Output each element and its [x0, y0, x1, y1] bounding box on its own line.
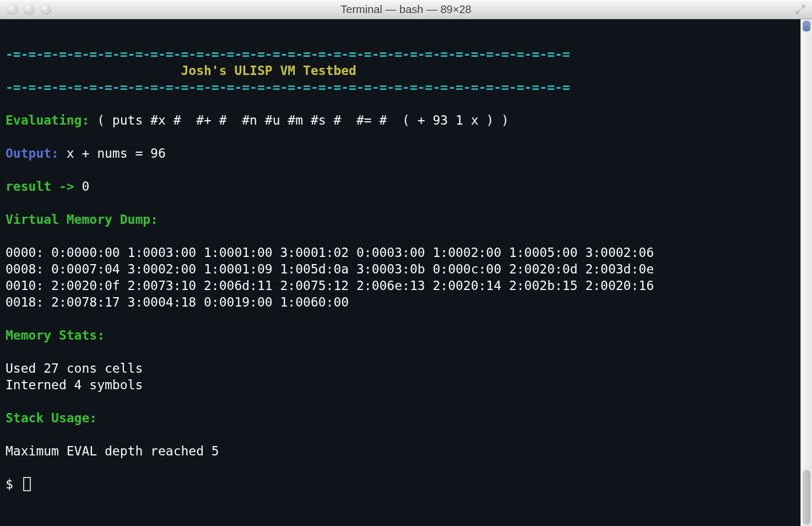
titlebar[interactable]: Terminal — bash — 89×28 — [0, 0, 812, 19]
mem-stats-heading: Memory Stats: — [6, 328, 105, 342]
zoom-window-button[interactable] — [41, 4, 51, 14]
scroll-thumb[interactable] — [803, 470, 810, 525]
evaluating-expression: ( puts #x # #+ # #n #u #m #s # #= # ( + … — [89, 113, 516, 127]
output-label: Output: — [6, 146, 59, 160]
mem-stats-line: Used 27 cons cells — [6, 361, 143, 375]
evaluating-label: Evaluating: — [6, 113, 89, 127]
mem-stats-line: Interned 4 symbols — [6, 378, 143, 392]
output-value: x + nums = 96 — [59, 146, 166, 160]
shell-prompt: $ — [6, 477, 21, 491]
fullscreen-icon[interactable] — [794, 3, 806, 15]
window-controls — [0, 4, 51, 14]
result-label: result -> — [6, 179, 74, 194]
terminal-window: Terminal — bash — 89×28 -=-=-=-=-=-=-=-=… — [0, 0, 812, 526]
stack-usage-line: Maximum EVAL depth reached 5 — [6, 444, 219, 458]
banner-title: Josh's ULISP VM Testbed — [6, 63, 356, 78]
vertical-scrollbar[interactable] — [800, 19, 812, 526]
banner-rule-bottom: -=-=-=-=-=-=-=-=-=-=-=-=-=-=-=-=-=-=-=-=… — [6, 80, 570, 94]
close-window-button[interactable] — [8, 4, 18, 14]
window-title: Terminal — bash — 89×28 — [0, 3, 812, 16]
banner-rule-top: -=-=-=-=-=-=-=-=-=-=-=-=-=-=-=-=-=-=-=-=… — [6, 47, 570, 61]
window-body: -=-=-=-=-=-=-=-=-=-=-=-=-=-=-=-=-=-=-=-=… — [0, 19, 812, 526]
terminal-viewport[interactable]: -=-=-=-=-=-=-=-=-=-=-=-=-=-=-=-=-=-=-=-=… — [0, 19, 800, 526]
vm-dump-heading: Virtual Memory Dump: — [6, 212, 158, 227]
vm-dump-line: 0018: 2:0078:17 3:0004:18 0:0019:00 1:00… — [6, 295, 349, 309]
cursor-icon — [23, 477, 31, 491]
vm-dump-line: 0000: 0:0000:00 1:0003:00 1:0001:00 3:00… — [6, 245, 654, 260]
vm-dump-line: 0008: 0:0007:04 3:0002:00 1:0001:09 1:00… — [6, 262, 654, 276]
stack-usage-heading: Stack Usage: — [6, 411, 97, 425]
vm-dump-line: 0010: 2:0020:0f 2:0073:10 2:006d:11 2:00… — [6, 278, 654, 293]
minimize-window-button[interactable] — [24, 4, 34, 14]
scroll-position-indicator[interactable] — [803, 20, 810, 31]
result-value: 0 — [74, 179, 90, 194]
terminal-content: -=-=-=-=-=-=-=-=-=-=-=-=-=-=-=-=-=-=-=-=… — [6, 47, 654, 491]
